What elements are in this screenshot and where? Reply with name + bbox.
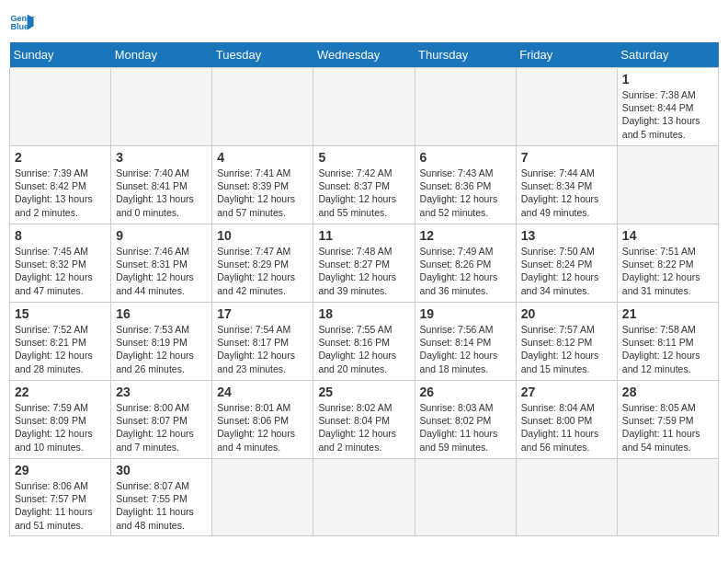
day-info: Sunrise: 8:04 AMSunset: 8:00 PMDaylight:… [521, 402, 599, 453]
day-number: 28 [622, 385, 713, 399]
calendar-cell-25: 25Sunrise: 8:02 AMSunset: 8:04 PMDayligh… [313, 381, 415, 459]
day-info: Sunrise: 7:53 AMSunset: 8:19 PMDaylight:… [116, 324, 194, 374]
day-number: 30 [116, 463, 207, 477]
week-row: 2Sunrise: 7:39 AMSunset: 8:42 PMDaylight… [10, 146, 719, 224]
calendar-cell-empty [516, 68, 617, 146]
logo: General Blue [9, 9, 39, 35]
calendar-cell-3: 3Sunrise: 7:40 AMSunset: 8:41 PMDaylight… [111, 146, 212, 224]
calendar-cell-24: 24Sunrise: 8:01 AMSunset: 8:06 PMDayligh… [212, 381, 313, 459]
day-info: Sunrise: 7:55 AMSunset: 8:16 PMDaylight:… [318, 324, 396, 374]
day-info: Sunrise: 8:01 AMSunset: 8:06 PMDaylight:… [217, 402, 295, 453]
calendar-cell-10: 10Sunrise: 7:47 AMSunset: 8:29 PMDayligh… [212, 224, 313, 303]
calendar-cell-11: 11Sunrise: 7:48 AMSunset: 8:27 PMDayligh… [313, 224, 415, 303]
day-info: Sunrise: 7:43 AMSunset: 8:36 PMDaylight:… [420, 167, 498, 218]
calendar-cell-28: 28Sunrise: 8:05 AMSunset: 7:59 PMDayligh… [617, 381, 718, 459]
calendar-cell-empty [617, 146, 718, 224]
week-row: 15Sunrise: 7:52 AMSunset: 8:21 PMDayligh… [10, 303, 719, 381]
calendar-cell-22: 22Sunrise: 7:59 AMSunset: 8:09 PMDayligh… [10, 381, 111, 459]
day-number: 15 [15, 306, 106, 321]
day-header-friday: Friday [516, 42, 617, 68]
calendar-cell-empty [617, 459, 718, 536]
day-number: 22 [15, 385, 106, 399]
calendar-table: SundayMondayTuesdayWednesdayThursdayFrid… [9, 42, 719, 536]
calendar-cell-21: 21Sunrise: 7:58 AMSunset: 8:11 PMDayligh… [617, 303, 718, 381]
day-header-tuesday: Tuesday [212, 42, 313, 68]
week-row: 29Sunrise: 8:06 AMSunset: 7:57 PMDayligh… [10, 459, 719, 536]
day-number: 29 [15, 463, 106, 477]
calendar-cell-7: 7Sunrise: 7:44 AMSunset: 8:34 PMDaylight… [516, 146, 617, 224]
header-row: SundayMondayTuesdayWednesdayThursdayFrid… [10, 42, 719, 68]
calendar-cell-4: 4Sunrise: 7:41 AMSunset: 8:39 PMDaylight… [212, 146, 313, 224]
calendar-cell-30: 30Sunrise: 8:07 AMSunset: 7:55 PMDayligh… [111, 459, 212, 536]
calendar-cell-18: 18Sunrise: 7:55 AMSunset: 8:16 PMDayligh… [313, 303, 415, 381]
calendar-cell-empty [111, 68, 212, 146]
calendar-cell-empty [415, 68, 516, 146]
calendar-cell-2: 2Sunrise: 7:39 AMSunset: 8:42 PMDaylight… [10, 146, 111, 224]
day-info: Sunrise: 8:07 AMSunset: 7:55 PMDaylight:… [116, 480, 194, 531]
day-info: Sunrise: 7:44 AMSunset: 8:34 PMDaylight:… [521, 167, 599, 218]
day-header-sunday: Sunday [10, 42, 111, 68]
day-number: 14 [622, 228, 713, 243]
week-row: 22Sunrise: 7:59 AMSunset: 8:09 PMDayligh… [10, 381, 719, 459]
calendar-cell-17: 17Sunrise: 7:54 AMSunset: 8:17 PMDayligh… [212, 303, 313, 381]
calendar-cell-empty [10, 68, 111, 146]
calendar-cell-empty [516, 459, 617, 536]
calendar-cell-empty [212, 459, 313, 536]
day-number: 12 [420, 228, 511, 243]
day-info: Sunrise: 7:40 AMSunset: 8:41 PMDaylight:… [116, 167, 194, 218]
calendar-cell-5: 5Sunrise: 7:42 AMSunset: 8:37 PMDaylight… [313, 146, 415, 224]
day-info: Sunrise: 7:48 AMSunset: 8:27 PMDaylight:… [318, 246, 396, 296]
calendar-cell-empty [313, 459, 415, 536]
day-info: Sunrise: 7:57 AMSunset: 8:12 PMDaylight:… [521, 324, 599, 374]
day-number: 25 [318, 385, 409, 399]
calendar-cell-16: 16Sunrise: 7:53 AMSunset: 8:19 PMDayligh… [111, 303, 212, 381]
day-number: 21 [622, 306, 713, 321]
calendar-cell-26: 26Sunrise: 8:03 AMSunset: 8:02 PMDayligh… [415, 381, 516, 459]
logo-icon: General Blue [9, 9, 35, 35]
day-header-wednesday: Wednesday [313, 42, 415, 68]
day-info: Sunrise: 7:58 AMSunset: 8:11 PMDaylight:… [622, 324, 700, 374]
day-info: Sunrise: 7:47 AMSunset: 8:29 PMDaylight:… [217, 246, 295, 296]
calendar-cell-empty [212, 68, 313, 146]
day-number: 1 [622, 72, 713, 86]
day-number: 3 [116, 150, 207, 165]
calendar-cell-15: 15Sunrise: 7:52 AMSunset: 8:21 PMDayligh… [10, 303, 111, 381]
week-row: 1Sunrise: 7:38 AMSunset: 8:44 PMDaylight… [10, 68, 719, 146]
day-info: Sunrise: 7:46 AMSunset: 8:31 PMDaylight:… [116, 246, 194, 296]
day-number: 16 [116, 306, 207, 321]
day-number: 18 [318, 306, 409, 321]
calendar-cell-empty [415, 459, 516, 536]
day-info: Sunrise: 8:06 AMSunset: 7:57 PMDaylight:… [15, 480, 93, 531]
day-info: Sunrise: 8:02 AMSunset: 8:04 PMDaylight:… [318, 402, 396, 453]
day-number: 26 [420, 385, 511, 399]
calendar-cell-6: 6Sunrise: 7:43 AMSunset: 8:36 PMDaylight… [415, 146, 516, 224]
day-info: Sunrise: 7:45 AMSunset: 8:32 PMDaylight:… [15, 246, 93, 296]
calendar-cell-14: 14Sunrise: 7:51 AMSunset: 8:22 PMDayligh… [617, 224, 718, 303]
day-number: 11 [318, 228, 409, 243]
day-info: Sunrise: 7:59 AMSunset: 8:09 PMDaylight:… [15, 402, 93, 453]
day-info: Sunrise: 7:52 AMSunset: 8:21 PMDaylight:… [15, 324, 93, 374]
calendar-cell-29: 29Sunrise: 8:06 AMSunset: 7:57 PMDayligh… [10, 459, 111, 536]
day-number: 7 [521, 150, 612, 165]
calendar-cell-9: 9Sunrise: 7:46 AMSunset: 8:31 PMDaylight… [111, 224, 212, 303]
calendar-cell-empty [313, 68, 415, 146]
calendar-cell-19: 19Sunrise: 7:56 AMSunset: 8:14 PMDayligh… [415, 303, 516, 381]
day-info: Sunrise: 8:03 AMSunset: 8:02 PMDaylight:… [420, 402, 498, 453]
day-info: Sunrise: 8:00 AMSunset: 8:07 PMDaylight:… [116, 402, 194, 453]
day-info: Sunrise: 7:41 AMSunset: 8:39 PMDaylight:… [217, 167, 295, 218]
day-number: 6 [420, 150, 511, 165]
day-number: 9 [116, 228, 207, 243]
day-header-thursday: Thursday [415, 42, 516, 68]
day-number: 5 [318, 150, 409, 165]
day-info: Sunrise: 8:05 AMSunset: 7:59 PMDaylight:… [622, 402, 700, 453]
day-info: Sunrise: 7:42 AMSunset: 8:37 PMDaylight:… [318, 167, 396, 218]
day-info: Sunrise: 7:51 AMSunset: 8:22 PMDaylight:… [622, 246, 700, 296]
day-number: 17 [217, 306, 308, 321]
week-row: 8Sunrise: 7:45 AMSunset: 8:32 PMDaylight… [10, 224, 719, 303]
calendar-cell-1: 1Sunrise: 7:38 AMSunset: 8:44 PMDaylight… [617, 68, 718, 146]
day-number: 13 [521, 228, 612, 243]
svg-text:Blue: Blue [10, 22, 28, 31]
day-number: 24 [217, 385, 308, 399]
calendar-cell-12: 12Sunrise: 7:49 AMSunset: 8:26 PMDayligh… [415, 224, 516, 303]
day-number: 23 [116, 385, 207, 399]
